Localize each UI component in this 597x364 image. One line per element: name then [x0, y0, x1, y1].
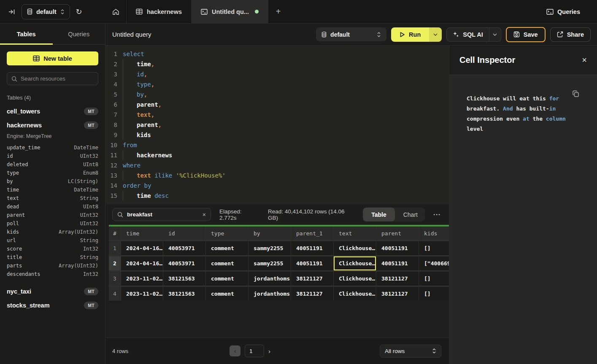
next-page-button[interactable]: › — [268, 348, 270, 355]
data-cell[interactable]: 38121563 — [163, 272, 205, 286]
share-button[interactable]: Share — [550, 27, 591, 42]
code-line: 12where — [105, 160, 449, 170]
data-cell[interactable]: 40051191 — [376, 256, 419, 270]
data-cell[interactable]: ["40066964… — [419, 256, 449, 270]
tables-list: cell_towers MT hackernews MT Engine: Mer… — [0, 104, 105, 312]
data-cell[interactable]: Clickhouse… — [334, 256, 376, 270]
data-cell[interactable]: 2024-04-16… — [121, 241, 163, 255]
new-table-button[interactable]: New table — [7, 51, 98, 65]
column-type: String — [80, 237, 98, 243]
page-number-input[interactable] — [245, 345, 264, 357]
column-header-time[interactable]: time — [121, 226, 163, 240]
column-header-text[interactable]: text — [334, 226, 376, 240]
prev-page-button[interactable]: ‹ — [230, 345, 240, 356]
inspector-token: at — [523, 116, 529, 122]
table-item-cell-towers[interactable]: cell_towers MT — [7, 104, 98, 118]
page-size-select[interactable]: All rows — [380, 345, 441, 358]
data-cell[interactable]: 38121127 — [376, 272, 419, 286]
results-search[interactable]: × — [112, 208, 211, 221]
indent-guide — [123, 130, 137, 140]
table-item-hackernews[interactable]: hackernews MT — [7, 118, 98, 132]
queries-button[interactable]: Queries — [546, 0, 597, 23]
data-cell[interactable]: 40053971 — [163, 241, 205, 255]
column-row: update_timeDateTime — [7, 143, 98, 152]
sqlai-dropdown[interactable] — [489, 28, 501, 41]
data-cell[interactable]: 38121127 — [291, 287, 333, 301]
data-cell[interactable]: 40051191 — [291, 241, 333, 255]
sidebar-search[interactable] — [7, 72, 98, 85]
copy-icon[interactable] — [572, 90, 579, 97]
column-header-parent[interactable]: parent — [376, 226, 419, 240]
query-console-icon — [546, 9, 554, 15]
clear-search-icon[interactable]: × — [203, 211, 206, 218]
data-cell[interactable]: Clickhouse… — [334, 272, 376, 286]
data-cell[interactable]: 2023-11-02… — [121, 272, 163, 286]
sidebar-tab-queries[interactable]: Queries — [53, 24, 105, 44]
column-row: kidsArray(UInt32) — [7, 228, 98, 236]
table-item-stocks-stream[interactable]: stocks_stream MT — [7, 298, 98, 312]
column-header-type[interactable]: type — [206, 226, 248, 240]
view-chart-button[interactable]: Chart — [395, 208, 425, 221]
table-icon — [33, 55, 40, 62]
search-resources-input[interactable] — [21, 75, 94, 82]
queries-label: Queries — [557, 8, 580, 15]
data-cell[interactable]: 40051191 — [291, 256, 333, 270]
view-table-button[interactable]: Table — [363, 208, 395, 221]
data-cell[interactable]: comment — [206, 287, 248, 301]
data-cell[interactable]: comment — [206, 272, 248, 286]
row-number-cell[interactable]: 1 — [109, 241, 121, 255]
data-cell[interactable]: 38121127 — [376, 287, 419, 301]
data-cell[interactable]: 38121127 — [291, 272, 333, 286]
row-number-cell[interactable]: 3 — [109, 272, 121, 286]
data-cell[interactable]: [] — [419, 272, 449, 286]
sql-editor[interactable]: 1select2time,3id,4type,5by,6parent,7text… — [105, 46, 449, 204]
run-button[interactable]: Run — [391, 27, 429, 42]
column-header-id[interactable]: id — [163, 226, 205, 240]
column-header-parent_1[interactable]: parent_1 — [291, 226, 333, 240]
code-token: order by — [123, 182, 151, 189]
tab-untitled-query[interactable]: Untitled qu... — [192, 0, 268, 23]
data-cell[interactable]: [] — [419, 241, 449, 255]
save-button[interactable]: Save — [506, 27, 546, 42]
column-header-rownum[interactable]: # — [109, 226, 121, 240]
row-number-cell[interactable]: 2 — [109, 256, 121, 270]
data-cell[interactable]: 40051191 — [376, 241, 419, 255]
code-token: '%ClickHouse%' — [176, 172, 226, 179]
results-more-icon[interactable]: ··· — [433, 211, 441, 218]
data-cell[interactable]: 38121563 — [163, 287, 205, 301]
collapse-sidebar-icon[interactable] — [8, 8, 16, 15]
results-filter-input[interactable] — [127, 211, 199, 218]
column-header-by[interactable]: by — [249, 226, 291, 240]
sidebar-tab-tables[interactable]: Tables — [0, 24, 53, 44]
engine-label: Engine: MergeTree — [7, 132, 98, 143]
data-cell[interactable]: Clickhouse… — [334, 287, 376, 301]
data-cell[interactable]: comment — [206, 241, 248, 255]
table-item-nyc-taxi[interactable]: nyc_taxi MT — [7, 284, 98, 298]
sqlai-button[interactable]: SQL AI — [447, 28, 489, 41]
new-tab-button[interactable]: + — [268, 0, 289, 23]
data-cell[interactable]: jordanthoms — [249, 272, 291, 286]
data-cell[interactable]: sammy2255 — [249, 241, 291, 255]
data-cell[interactable]: 2024-04-16… — [121, 256, 163, 270]
code-token: text — [137, 172, 154, 179]
query-database-selector[interactable]: default — [316, 27, 386, 41]
column-header-kids[interactable]: kids — [419, 226, 449, 240]
column-type: UInt32 — [80, 221, 98, 226]
data-cell[interactable]: jordanthoms — [249, 287, 291, 301]
data-cell[interactable]: comment — [206, 256, 248, 270]
app-window: default ↻ — [0, 0, 597, 364]
database-selector[interactable]: default — [22, 4, 70, 19]
data-cell[interactable]: sammy2255 — [249, 256, 291, 270]
data-cell[interactable]: [] — [419, 287, 449, 301]
tab-home[interactable] — [105, 0, 127, 23]
run-options-dropdown[interactable] — [429, 27, 442, 42]
column-type: UInt8 — [83, 162, 98, 167]
refresh-icon[interactable]: ↻ — [76, 7, 82, 16]
tab-hackernews[interactable]: hackernews — [127, 0, 192, 23]
tab-strip: hackernews Untitled qu... + — [105, 0, 546, 23]
data-cell[interactable]: 40053971 — [163, 256, 205, 270]
row-number-cell[interactable]: 4 — [109, 287, 121, 301]
data-cell[interactable]: 2023-11-02… — [121, 287, 163, 301]
data-cell[interactable]: Clickhouse… — [334, 241, 376, 255]
close-icon[interactable]: × — [582, 55, 587, 65]
